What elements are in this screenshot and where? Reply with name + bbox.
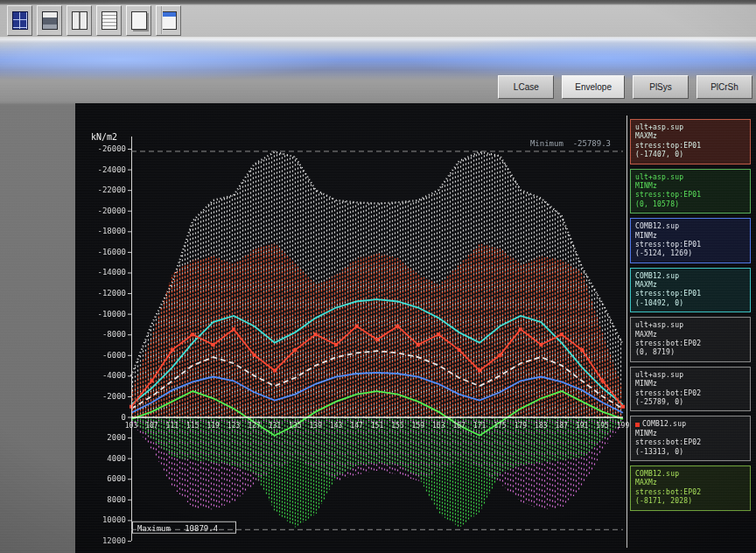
legend-line: ult+asp.sup <box>635 321 746 330</box>
legend-line-text: (-13313, 0) <box>635 448 683 457</box>
legend-line-text: MAXMz <box>635 479 657 487</box>
legend-line-text: ult+asp.sup <box>635 123 683 132</box>
printer-icon <box>42 11 58 30</box>
legend-line-text: (0, 8719) <box>635 348 675 357</box>
legend-line: (0, 10578) <box>635 200 746 209</box>
crt-glow-band <box>0 37 756 80</box>
legend-line: MAXMz <box>635 281 746 290</box>
tab-lcase[interactable]: LCase <box>498 75 554 99</box>
legend-line-text: (-5124, 1269) <box>635 249 692 258</box>
legend-line: stress:top:EP01 <box>635 142 746 150</box>
legend-line: (0, 8719) <box>635 348 746 357</box>
legend-line: (-13313, 0) <box>635 448 746 457</box>
legend-line-text: (0, 10578) <box>635 200 679 209</box>
toolbar-button-copy[interactable] <box>126 5 151 36</box>
legend-line-text: stress:top:EP01 <box>635 191 701 200</box>
legend-line: MINMz <box>635 232 746 241</box>
legend-line: stress:top:EP01 <box>635 241 746 249</box>
legend-line-text: COMB12.sup <box>635 222 679 231</box>
legend-line: MAXMz <box>635 331 746 340</box>
legend-line-text: stress:bot:EP02 <box>635 488 701 497</box>
legend-line: (-17407, 0) <box>635 150 746 159</box>
legend-line: stress:bot:EP02 <box>635 438 746 447</box>
legend-entry[interactable]: COMB12.supMINMzstress:bot:EP02(-13313, 0… <box>630 416 751 461</box>
legend-line-text: stress:top:EP01 <box>635 142 701 150</box>
legend-entry[interactable]: ult+asp.supMINMzstress:bot:EP02(-25789, … <box>630 367 751 412</box>
legend-line-text: (-10492, 0) <box>635 299 683 308</box>
legend-line: stress:top:EP01 <box>635 290 746 298</box>
legend-entry[interactable]: COMB12.supMAXMzstress:top:EP01(-10492, 0… <box>630 268 751 313</box>
legend-line-text: (-17407, 0) <box>635 150 683 159</box>
legend-line: (-5124, 1269) <box>635 249 746 258</box>
document-icon <box>102 11 117 30</box>
legend-line-text: MINMz <box>635 182 657 191</box>
legend-line: ult+asp.sup <box>635 123 746 132</box>
tab-plcrsh[interactable]: PlCrSh <box>696 75 752 99</box>
legend-line-text: stress:top:EP01 <box>635 290 701 298</box>
toolbar-button-print[interactable] <box>37 5 62 36</box>
legend-line-text: MAXMz <box>635 132 657 141</box>
legend-line: (-10492, 0) <box>635 299 746 308</box>
legend-line-text: stress:bot:EP02 <box>635 340 701 348</box>
legend-line: COMB12.sup <box>635 272 746 281</box>
legend-line-text: MINMz <box>635 232 657 241</box>
legend-line: stress:top:EP01 <box>635 191 746 200</box>
legend-line: MAXMz <box>635 132 746 141</box>
legend-entry[interactable]: COMB12.supMINMzstress:top:EP01(-5124, 12… <box>630 218 751 263</box>
legend-entry[interactable]: ult+asp.supMINMzstress:top:EP01(0, 10578… <box>630 169 751 214</box>
toolbar-button-book[interactable] <box>66 5 92 36</box>
legend-entry[interactable]: ult+asp.supMAXMzstress:top:EP01(-17407, … <box>630 119 751 164</box>
copy-icon <box>131 11 147 30</box>
toolbar-button-window[interactable] <box>7 5 32 36</box>
legend-line-text: MINMz <box>635 380 657 388</box>
tab-plsys[interactable]: PlSys <box>633 75 689 99</box>
legend-line-text: stress:bot:EP02 <box>635 389 701 398</box>
toolbar <box>7 5 181 36</box>
legend-line-text: MINMz <box>635 430 657 438</box>
crt-screen: LCaseEnvelopePlSysPlCrSh ult+asp.supMAXM… <box>0 0 756 553</box>
legend-panel: ult+asp.supMAXMzstress:top:EP01(-17407, … <box>630 119 751 511</box>
legend-line-text: stress:top:EP01 <box>635 241 701 249</box>
legend-line-text: MAXMz <box>635 281 657 290</box>
legend-line: COMB12.sup <box>635 470 746 479</box>
legend-line: COMB12.sup <box>635 222 746 231</box>
legend-line: stress:bot:EP02 <box>635 340 746 348</box>
book-icon <box>72 11 88 30</box>
legend-entry[interactable]: ult+asp.supMAXMzstress:bot:EP02(0, 8719) <box>630 317 751 362</box>
legend-line: stress:bot:EP02 <box>635 389 746 398</box>
tab-envelope[interactable]: Envelope <box>562 75 625 99</box>
legend-line-text: (-8171, 2028) <box>635 497 692 506</box>
window-grid-icon <box>12 11 28 30</box>
legend-line-text: ult+asp.sup <box>635 371 683 380</box>
legend-line: MAXMz <box>635 479 746 487</box>
legend-line-text: COMB12.sup <box>635 470 679 479</box>
legend-line: COMB12.sup <box>635 420 746 429</box>
legend-line-text: MAXMz <box>635 331 657 340</box>
legend-line: MINMz <box>635 430 746 438</box>
toolbar-button-report[interactable] <box>156 5 181 36</box>
legend-entry[interactable]: COMB12.supMAXMzstress:bot:EP02(-8171, 20… <box>630 466 751 511</box>
legend-line: (-25789, 0) <box>635 398 746 407</box>
legend-line-text: COMB12.sup <box>635 272 679 281</box>
tab-bar: LCaseEnvelopePlSysPlCrSh <box>498 75 752 99</box>
legend-line-text: COMB12.sup <box>642 420 686 429</box>
toolbar-button-document[interactable] <box>96 5 122 36</box>
legend-line-text: ult+asp.sup <box>635 321 683 330</box>
report-icon <box>161 11 177 30</box>
legend-line-text: ult+asp.sup <box>635 173 683 182</box>
legend-line-text: stress:bot:EP02 <box>635 438 701 447</box>
toolbar-divider <box>161 6 163 34</box>
legend-line-text: (-25789, 0) <box>635 398 683 407</box>
legend-line: ult+asp.sup <box>635 371 746 380</box>
series-marker-icon <box>635 423 640 427</box>
legend-line: MINMz <box>635 380 746 388</box>
legend-line: ult+asp.sup <box>635 173 746 182</box>
plot-window: ult+asp.supMAXMzstress:top:EP01(-17407, … <box>75 103 756 553</box>
legend-line: stress:bot:EP02 <box>635 488 746 497</box>
legend-line: MINMz <box>635 182 746 191</box>
legend-line: (-8171, 2028) <box>635 497 746 506</box>
